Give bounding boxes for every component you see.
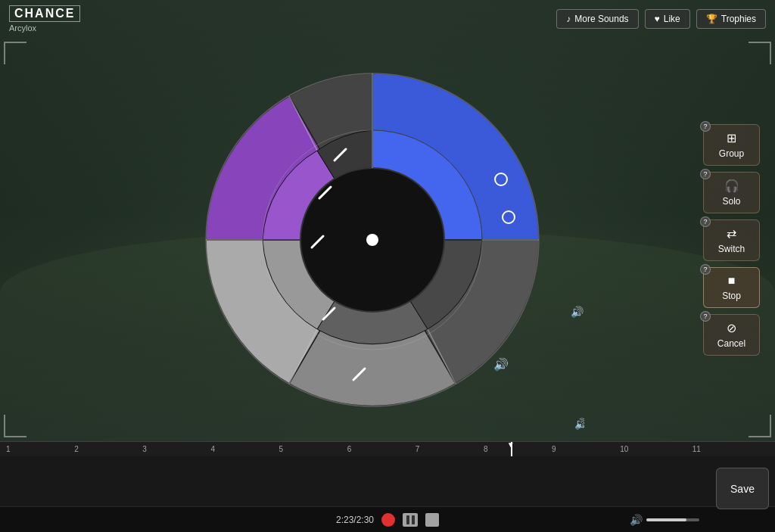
- timeline-segments: [0, 456, 775, 506]
- stop-button[interactable]: ■ Stop: [703, 267, 760, 308]
- switch-help-badge: ?: [700, 216, 711, 227]
- music-note-icon: ♪: [566, 14, 571, 24]
- group-button[interactable]: ⊞ Group: [703, 124, 760, 166]
- ruler-mark: 2: [74, 445, 79, 453]
- logo-area: CHANCE Arcylox: [9, 5, 80, 33]
- corner-decoration-br: [749, 415, 771, 437]
- ruler-mark: 1: [6, 445, 11, 453]
- time-total: 2:30: [356, 515, 374, 525]
- wheel-svg[interactable]: 🔊 🔊 🔊: [160, 28, 584, 452]
- ruler-marks: 1234567891011: [6, 445, 701, 453]
- switch-icon: ⇄: [727, 226, 736, 241]
- stop-btn-wrap: ? ■ Stop: [703, 267, 760, 308]
- cancel-help-badge: ?: [700, 311, 711, 322]
- ruler-mark: 8: [484, 445, 488, 453]
- solo-button[interactable]: 🎧 Solo: [703, 172, 760, 213]
- corner-decoration-tl: [4, 42, 26, 64]
- cancel-label: Cancel: [717, 338, 745, 349]
- wheel-icon-bottom-right: 🔊: [493, 357, 509, 372]
- wheel-icon-right: 🔊: [571, 306, 584, 319]
- ruler-mark: 6: [347, 445, 352, 453]
- cancel-button[interactable]: ⊘ Cancel: [703, 314, 760, 356]
- right-panel: ? ⊞ Group ? 🎧 Solo ? ⇄ Switch ? ■ Stop: [703, 124, 760, 356]
- ruler-mark: 9: [552, 445, 556, 453]
- ruler-mark: 11: [693, 445, 701, 453]
- app-subtitle: Arcylox: [9, 23, 80, 33]
- save-label: Save: [730, 483, 755, 495]
- more-sounds-button[interactable]: ♪ More Sounds: [556, 9, 638, 29]
- trophy-icon: 🏆: [706, 14, 717, 24]
- time-display: 2:23/2:30: [336, 515, 374, 525]
- stop-label: Stop: [722, 291, 741, 301]
- heart-icon: ♥: [655, 14, 660, 24]
- timeline: 1234567891011 2:23/2:30 🔊: [0, 441, 775, 532]
- wheel-container[interactable]: 🔊 🔊 🔊: [160, 28, 584, 452]
- ruler-mark: 4: [210, 445, 215, 453]
- volume-section: 🔊: [630, 514, 699, 526]
- switch-label: Switch: [718, 244, 745, 254]
- group-icon: ⊞: [727, 131, 736, 145]
- corner-decoration-bl: [4, 415, 26, 437]
- stop-help-badge: ?: [700, 264, 711, 275]
- group-btn-wrap: ? ⊞ Group: [703, 124, 760, 166]
- trophies-button[interactable]: 🏆 Trophies: [696, 9, 766, 29]
- solo-btn-wrap: ? 🎧 Solo: [703, 172, 760, 213]
- cancel-icon: ⊘: [727, 321, 736, 335]
- stop-icon: ■: [728, 274, 736, 288]
- switch-btn-wrap: ? ⇄ Switch: [703, 219, 760, 261]
- stop-control-button[interactable]: [425, 513, 439, 527]
- timeline-playhead: [511, 442, 512, 456]
- app-title: CHANCE: [9, 5, 80, 22]
- wheel-icon-bottom: 🔊: [574, 418, 585, 431]
- ruler-mark: 3: [142, 445, 147, 453]
- header-buttons: ♪ More Sounds ♥ Like 🏆 Trophies: [556, 9, 766, 29]
- volume-slider[interactable]: [646, 518, 699, 521]
- cancel-btn-wrap: ? ⊘ Cancel: [703, 314, 760, 356]
- pause-bar-1: [406, 515, 409, 524]
- switch-button[interactable]: ⇄ Switch: [703, 219, 760, 261]
- save-button[interactable]: Save: [716, 468, 769, 509]
- solo-help-badge: ?: [700, 169, 711, 179]
- record-button[interactable]: [381, 513, 395, 527]
- ruler-mark: 10: [620, 445, 628, 453]
- volume-slider-fill: [646, 518, 686, 521]
- ruler-mark: 5: [279, 445, 284, 453]
- like-button[interactable]: ♥ Like: [645, 9, 690, 29]
- wheel-center-dot: [366, 234, 378, 246]
- timeline-controls: 2:23/2:30 🔊: [0, 506, 775, 532]
- pause-bar-2: [412, 515, 415, 524]
- solo-icon: 🎧: [724, 179, 739, 193]
- corner-decoration-tr: [749, 42, 771, 64]
- time-current: 2:23: [336, 515, 353, 525]
- ruler-mark: 7: [416, 445, 420, 453]
- pause-button[interactable]: [403, 513, 418, 527]
- main-area: 🔊 🔊 🔊 ? ⊞ Group ? 🎧 Solo ? ⇄: [0, 38, 775, 441]
- solo-label: Solo: [722, 196, 740, 207]
- timeline-ruler: 1234567891011: [0, 441, 775, 456]
- group-label: Group: [719, 148, 744, 159]
- group-help-badge: ?: [700, 121, 711, 132]
- header: CHANCE Arcylox ♪ More Sounds ♥ Like 🏆 Tr…: [0, 0, 775, 38]
- volume-icon: 🔊: [630, 514, 643, 526]
